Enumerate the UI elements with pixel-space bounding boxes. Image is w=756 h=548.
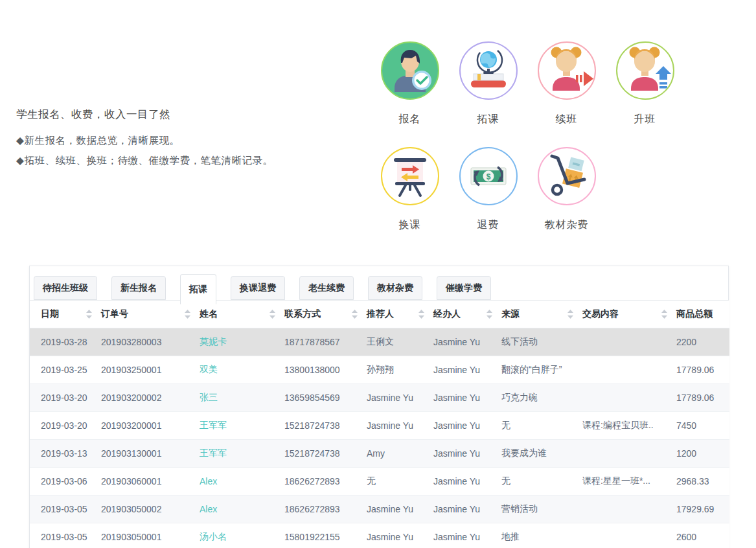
cell: 15218724738 (277, 412, 359, 440)
cell: 17789.06 (669, 356, 729, 384)
student-name-link[interactable]: 王军军 (192, 440, 277, 468)
table-row-2[interactable]: 2019-03-20201903200002张三13659854569Jasmi… (30, 384, 729, 412)
sort-caret-icon[interactable] (185, 310, 190, 319)
feature-label: 退费 (477, 218, 499, 232)
cell: Jasmine Yu (426, 468, 494, 496)
sort-caret-icon[interactable] (661, 310, 667, 319)
cell: 线下活动 (494, 328, 575, 356)
cell (575, 440, 669, 468)
cell: 课程:星星一班*... (575, 468, 669, 496)
cell: Jasmine Yu (426, 440, 494, 468)
board-swap-icon (381, 147, 439, 205)
column-header-2[interactable]: 姓名 (192, 301, 277, 328)
tab-bar: 待招生班级新生报名拓课换课退费老生续费教材杂费催缴学费 (30, 266, 728, 301)
tab-2-active[interactable]: 拓课 (180, 274, 216, 304)
table-row-4[interactable]: 2019-03-13201903130001王军军15218724738AmyJ… (30, 440, 729, 468)
cell: 巧克力碗 (494, 384, 575, 412)
sort-caret-icon[interactable] (269, 310, 275, 319)
cell: Jasmine Yu (426, 496, 494, 523)
intro-block: 学生报名、收费，收入一目了然 ◆新生报名，数据总览，清晰展现。 ◆拓班、续班、换… (16, 108, 353, 170)
column-label: 推荐人 (367, 308, 394, 320)
feature-label: 升班 (634, 113, 656, 126)
column-header-0[interactable]: 日期 (30, 301, 93, 328)
feature-label: 报名 (399, 113, 421, 126)
table-row-5[interactable]: 2019-03-06201903060001Alex18626272893无Ja… (30, 468, 729, 496)
feature-label: 教材杂费 (545, 218, 589, 232)
sort-caret-icon[interactable] (487, 310, 492, 319)
cell: 2200 (669, 328, 729, 356)
student-name-link[interactable]: 汤小名 (192, 523, 277, 548)
table-header-row: 日期订单号姓名联系方式推荐人经办人来源交易内容商品总额 (30, 301, 729, 328)
cell: 2019-03-20 (30, 412, 93, 440)
feature-item-1[interactable]: 拓课 (449, 41, 527, 126)
column-header-8[interactable]: 商品总额 (669, 301, 729, 328)
cell: Jasmine Yu (426, 523, 494, 548)
column-label: 联系方式 (284, 308, 321, 320)
cell: 201903050002 (93, 496, 192, 523)
cell: 无 (359, 468, 426, 496)
cell: 2019-03-28 (30, 328, 93, 356)
tab-1[interactable]: 新生报名 (111, 276, 166, 300)
feature-item-5[interactable]: 退费 (449, 147, 527, 232)
cell: 13800138000 (277, 356, 359, 384)
sort-caret-icon[interactable] (567, 310, 573, 319)
cell: Jasmine Yu (359, 496, 426, 523)
girl-arrow-right-icon (538, 41, 596, 100)
student-name-link[interactable]: 王军军 (192, 412, 277, 440)
column-header-4[interactable]: 推荐人 (359, 301, 426, 328)
cell: Jasmine Yu (426, 412, 494, 440)
sort-caret-icon[interactable] (352, 310, 358, 319)
cell: Jasmine Yu (359, 523, 426, 548)
student-name-link[interactable]: 双美 (192, 356, 277, 384)
cell: 2019-03-20 (30, 384, 93, 412)
column-label: 商品总额 (676, 308, 713, 320)
student-name-link[interactable]: 张三 (192, 384, 277, 412)
cell: Jasmine Yu (426, 356, 494, 384)
feature-item-4[interactable]: 换课 (371, 147, 449, 232)
student-name-link[interactable]: 莫妮卡 (192, 328, 277, 356)
tab-5[interactable]: 教材杂费 (368, 276, 422, 300)
student-name-link[interactable]: Alex (192, 468, 277, 496)
cell: 地推 (494, 523, 575, 548)
sort-caret-icon[interactable] (86, 310, 92, 319)
column-header-3[interactable]: 联系方式 (277, 301, 359, 328)
sort-caret-icon[interactable] (418, 310, 424, 319)
table-row-6[interactable]: 2019-03-05201903050002Alex18626272893Jas… (30, 496, 729, 523)
feature-item-2[interactable]: 续班 (527, 41, 606, 126)
cell (575, 328, 669, 356)
tab-0[interactable]: 待招生班级 (34, 276, 97, 300)
cell: 2019-03-05 (30, 496, 93, 523)
table-row-0[interactable]: 2019-03-28201903280003莫妮卡18717878567王俐文J… (30, 328, 729, 356)
feature-label: 续班 (556, 113, 578, 126)
intro-bullet-1: ◆新生报名，数据总览，清晰展现。 (16, 130, 353, 150)
tab-3[interactable]: 换课退费 (231, 276, 285, 300)
cell: 13659854569 (277, 384, 359, 412)
cell: 201903280003 (93, 328, 192, 356)
feature-item-3[interactable]: 升班 (606, 41, 684, 126)
table-row-3[interactable]: 2019-03-20201903200001王军军15218724738Jasm… (30, 412, 729, 440)
tab-6[interactable]: 催缴学费 (437, 276, 491, 300)
cell: 2019-03-05 (30, 523, 93, 548)
feature-label: 换课 (399, 218, 421, 232)
feature-item-0[interactable]: 报名 (371, 41, 449, 126)
table-row-7[interactable]: 2019-03-05201903050001汤小名15801922155Jasm… (30, 523, 729, 548)
column-header-1[interactable]: 订单号 (93, 301, 192, 328)
cell: 无 (494, 468, 575, 496)
cell: 15218724738 (277, 440, 359, 468)
column-header-6[interactable]: 来源 (494, 301, 575, 328)
column-header-5[interactable]: 经办人 (426, 301, 494, 328)
orders-panel: 待招生班级新生报名拓课换课退费老生续费教材杂费催缴学费 日期订单号姓名联系方式推… (29, 266, 729, 548)
column-label: 日期 (41, 308, 59, 320)
student-name-link[interactable]: Alex (192, 496, 277, 523)
cell: 无 (494, 412, 575, 440)
table-body: 2019-03-28201903280003莫妮卡18717878567王俐文J… (30, 328, 729, 548)
column-header-7[interactable]: 交易内容 (575, 301, 669, 328)
table-row-1[interactable]: 2019-03-25201903250001双美13800138000孙翔翔Ja… (30, 356, 729, 384)
cell: 2019-03-06 (30, 468, 93, 496)
cell: 2019-03-13 (30, 440, 93, 468)
tab-4[interactable]: 老生续费 (299, 276, 354, 300)
column-label: 姓名 (200, 308, 218, 320)
student-check-icon (381, 41, 439, 100)
feature-item-6[interactable]: 教材杂费 (527, 147, 606, 232)
cell: 201903130001 (93, 440, 192, 468)
